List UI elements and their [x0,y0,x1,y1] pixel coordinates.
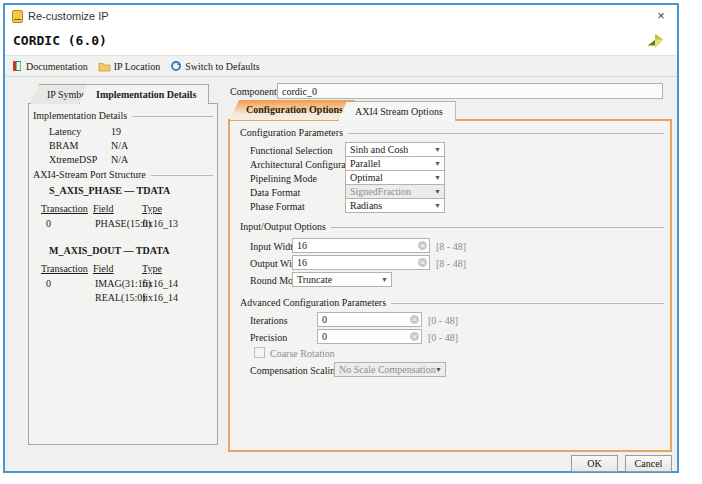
ip-title: CORDIC (6.0) [13,33,107,48]
recustomize-ip-dialog: Re-customize IP × CORDIC (6.0) Documenta… [3,3,679,473]
precision-field[interactable] [317,329,422,344]
pipelining-mode-value: Optimal [350,172,383,183]
xtremedsp-value: N/A [111,154,128,165]
tab-configuration-options-label: Configuration Options [246,104,343,115]
chevron-down-icon: ▼ [381,276,388,284]
input-width-label: Input Width [250,241,298,252]
data-format-value: SignedFraction [350,186,411,197]
tab-configuration-options[interactable]: Configuration Options [230,100,355,120]
precision-label: Precision [250,332,287,343]
col-header-type: Type [142,203,162,214]
documentation-label: Documentation [26,61,88,72]
architectural-configuration-value: Parallel [350,158,381,169]
clear-icon[interactable]: × [418,241,427,250]
precision-range: [0 - 48] [428,332,458,343]
m-axis-dout-title: M_AXIS_DOUT — TDATA [49,245,169,256]
axi-port-structure-section-title: AXI4-Stream Port Structure [33,169,213,180]
functional-selection-value: Sinh and Cosh [350,144,408,155]
architectural-configuration-dropdown[interactable]: Parallel ▼ [345,156,445,171]
phase-format-value: Radians [350,200,382,211]
clear-icon[interactable]: × [418,258,427,267]
xtremedsp-label: XtremeDSP [49,154,97,165]
refresh-icon [170,60,182,72]
round-mode-value: Truncate [297,274,332,285]
bram-value: N/A [111,140,128,151]
switch-to-defaults-label: Switch to Defaults [185,61,259,72]
data-format-label: Data Format [250,187,300,198]
chevron-down-icon: ▼ [434,202,441,210]
latency-label: Latency [49,126,81,137]
io-options-title: Input/Output Options [240,221,664,232]
chevron-down-icon: ▼ [435,366,442,374]
chevron-down-icon: ▼ [434,174,441,182]
ip-block-icon [12,10,23,23]
ip-location-button[interactable]: IP Location [98,61,161,72]
iterations-field[interactable] [317,312,422,327]
phase-format-label: Phase Format [250,201,305,212]
component-name-input[interactable] [277,83,663,99]
tab-axi4-stream-options[interactable]: AXI4 Stream Options [338,101,456,121]
input-width-range: [8 - 48] [436,241,466,252]
phase-format-dropdown[interactable]: Radians ▼ [345,198,445,213]
book-icon [11,60,23,72]
pipelining-mode-label: Pipelining Mode [250,173,317,184]
ip-header: CORDIC (6.0) [5,27,677,55]
table-cell: REAL(15:0) [95,292,146,303]
table-cell: fix16_14 [142,292,178,303]
output-width-range: [8 - 48] [436,258,466,269]
folder-icon [98,61,111,72]
table-cell: 0 [46,278,51,289]
coarse-rotation-label: Coarse Rotation [270,348,335,359]
window-title: Re-customize IP [28,10,109,22]
round-mode-dropdown[interactable]: Truncate ▼ [292,272,392,287]
table-cell: fix16_13 [142,218,178,229]
s-axis-phase-title: S_AXIS_PHASE — TDATA [49,185,170,196]
switch-to-defaults-button[interactable]: Switch to Defaults [170,60,259,72]
tab-implementation-details[interactable]: Implementation Details [79,84,209,104]
chevron-down-icon: ▼ [434,188,441,196]
iterations-label: Iterations [250,315,288,326]
titlebar: Re-customize IP [5,5,677,27]
chevron-down-icon: ▼ [434,160,441,168]
configuration-options-panel: Configuration Parameters Functional Sele… [228,119,672,452]
coarse-rotation-checkbox [254,347,265,358]
input-width-field[interactable] [292,238,430,253]
clear-icon[interactable]: × [410,332,419,341]
tab-implementation-details-label: Implementation Details [96,89,196,100]
toolbar: Documentation IP Location Switch to Defa… [5,55,677,77]
configuration-parameters-title: Configuration Parameters [240,127,664,138]
advanced-parameters-title: Advanced Configuration Parameters [240,297,664,308]
cancel-button[interactable]: Cancel [625,455,672,472]
compensation-scaling-value: No Scale Compensation [339,364,436,375]
col-header-transaction: Transaction [41,263,88,274]
data-format-dropdown: SignedFraction ▼ [345,184,445,199]
functional-selection-label: Functional Selection [250,145,333,156]
latency-value: 19 [111,126,121,137]
compensation-scaling-dropdown: No Scale Compensation ▼ [334,362,446,377]
close-icon[interactable]: × [654,9,668,23]
implementation-details-panel: Implementation Details Latency 19 BRAM N… [28,103,218,445]
col-header-field: Field [93,203,114,214]
table-cell: 0 [46,218,51,229]
dialog-body: IP Symbol Implementation Details Impleme… [5,77,677,471]
bram-label: BRAM [49,140,78,151]
ip-location-label: IP Location [114,61,161,72]
output-width-field[interactable] [292,255,430,270]
ok-button[interactable]: OK [571,455,618,472]
col-header-transaction: Transaction [41,203,88,214]
col-header-type: Type [142,263,162,274]
impl-details-section-title: Implementation Details [33,110,213,121]
tab-axi4-stream-options-label: AXI4 Stream Options [355,106,443,117]
xilinx-logo [645,30,667,52]
col-header-field: Field [93,263,114,274]
documentation-button[interactable]: Documentation [11,60,88,72]
functional-selection-dropdown[interactable]: Sinh and Cosh ▼ [345,142,445,157]
table-cell: fix16_14 [142,278,178,289]
clear-icon[interactable]: × [410,315,419,324]
pipelining-mode-dropdown[interactable]: Optimal ▼ [345,170,445,185]
compensation-scaling-label: Compensation Scaling [250,365,340,376]
iterations-range: [0 - 48] [428,315,458,326]
chevron-down-icon: ▼ [434,146,441,154]
